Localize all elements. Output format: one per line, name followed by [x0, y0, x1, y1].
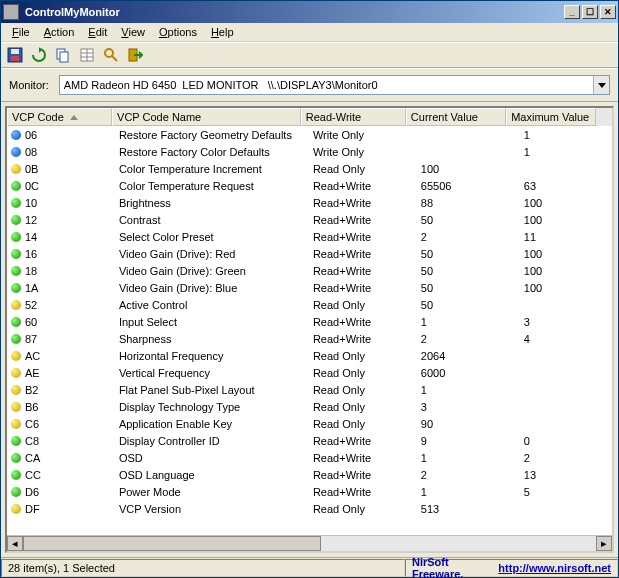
- cell-max: 13: [520, 469, 612, 481]
- table-row[interactable]: 52Active ControlRead Only50: [7, 296, 612, 313]
- cell-name: OSD Language: [115, 469, 309, 481]
- monitor-input[interactable]: [60, 76, 593, 94]
- cell-code: CC: [7, 469, 115, 481]
- cell-name: Flat Panel Sub-Pixel Layout: [115, 384, 309, 396]
- table-row[interactable]: 0CColor Temperature RequestRead+Write655…: [7, 177, 612, 194]
- cell-max: 100: [520, 265, 612, 277]
- find-button[interactable]: [101, 45, 121, 65]
- cell-current: 90: [417, 418, 520, 430]
- monitor-dropdown-button[interactable]: [593, 76, 609, 94]
- status-dot-icon: [11, 351, 21, 361]
- cell-code: C6: [7, 418, 115, 430]
- exit-button[interactable]: [125, 45, 145, 65]
- cell-current: 3: [417, 401, 520, 413]
- title-bar[interactable]: ControlMyMonitor _ ☐ ✕: [1, 1, 618, 23]
- table-row[interactable]: 08Restore Factory Color DefaultsWrite On…: [7, 143, 612, 160]
- cell-rw: Read+Write: [309, 282, 417, 294]
- cell-current: 50: [417, 282, 520, 294]
- table-row[interactable]: 1AVideo Gain (Drive): BlueRead+Write5010…: [7, 279, 612, 296]
- header-vcp-code[interactable]: VCP Code: [7, 108, 112, 126]
- status-dot-icon: [11, 147, 21, 157]
- properties-icon: [79, 47, 95, 63]
- copy-button[interactable]: [53, 45, 73, 65]
- cell-rw: Read Only: [309, 163, 417, 175]
- cell-rw: Read+Write: [309, 333, 417, 345]
- cell-rw: Read Only: [309, 350, 417, 362]
- menu-file[interactable]: File: [5, 24, 37, 40]
- table-row[interactable]: B2Flat Panel Sub-Pixel LayoutRead Only1: [7, 381, 612, 398]
- table-row[interactable]: 10BrightnessRead+Write88100: [7, 194, 612, 211]
- table-row[interactable]: B6Display Technology TypeRead Only3: [7, 398, 612, 415]
- table-row[interactable]: CAOSDRead+Write12: [7, 449, 612, 466]
- scroll-right-button[interactable]: ▸: [596, 536, 612, 551]
- svg-line-10: [112, 56, 117, 61]
- vertical-scrollbar[interactable]: [596, 108, 612, 126]
- nirsoft-link[interactable]: http://www.nirsoft.net: [498, 562, 611, 574]
- save-button[interactable]: [5, 45, 25, 65]
- table-row[interactable]: CCOSD LanguageRead+Write213: [7, 466, 612, 483]
- status-dot-icon: [11, 436, 21, 446]
- scroll-thumb[interactable]: [23, 536, 321, 551]
- table-row[interactable]: 14Select Color PresetRead+Write211: [7, 228, 612, 245]
- table-row[interactable]: D6Power ModeRead+Write15: [7, 483, 612, 500]
- cell-code: 14: [7, 231, 115, 243]
- window-buttons: _ ☐ ✕: [564, 5, 616, 19]
- cell-name: VCP Version: [115, 503, 309, 515]
- monitor-combobox[interactable]: [59, 75, 610, 95]
- table-row[interactable]: C8Display Controller IDRead+Write90: [7, 432, 612, 449]
- horizontal-scrollbar[interactable]: ◂ ▸: [7, 535, 612, 551]
- cell-rw: Read+Write: [309, 265, 417, 277]
- menu-edit[interactable]: Edit: [81, 24, 114, 40]
- cell-rw: Read Only: [309, 367, 417, 379]
- scroll-left-button[interactable]: ◂: [7, 536, 23, 551]
- minimize-button[interactable]: _: [564, 5, 580, 19]
- refresh-icon: [31, 47, 47, 63]
- table-row[interactable]: 87SharpnessRead+Write24: [7, 330, 612, 347]
- cell-max: 2: [520, 452, 612, 464]
- table-row[interactable]: 12ContrastRead+Write50100: [7, 211, 612, 228]
- status-dot-icon: [11, 334, 21, 344]
- cell-current: 88: [417, 197, 520, 209]
- cell-current: 50: [417, 248, 520, 260]
- table-row[interactable]: 16Video Gain (Drive): RedRead+Write50100: [7, 245, 612, 262]
- properties-button[interactable]: [77, 45, 97, 65]
- table-row[interactable]: C6Application Enable KeyRead Only90: [7, 415, 612, 432]
- header-current-value[interactable]: Current Value: [406, 108, 506, 126]
- maximize-button[interactable]: ☐: [582, 5, 598, 19]
- cell-code: 12: [7, 214, 115, 226]
- search-icon: [103, 47, 119, 63]
- table-row[interactable]: ACHorizontal FrequencyRead Only2064: [7, 347, 612, 364]
- header-read-write[interactable]: Read-Write: [301, 108, 406, 126]
- status-dot-icon: [11, 317, 21, 327]
- menu-help[interactable]: Help: [204, 24, 241, 40]
- menu-view[interactable]: View: [114, 24, 152, 40]
- status-dot-icon: [11, 504, 21, 514]
- menu-options[interactable]: Options: [152, 24, 204, 40]
- cell-name: Sharpness: [115, 333, 309, 345]
- header-vcp-name[interactable]: VCP Code Name: [112, 108, 301, 126]
- table-row[interactable]: AEVertical FrequencyRead Only6000: [7, 364, 612, 381]
- vcp-listview[interactable]: VCP Code VCP Code Name Read-Write Curren…: [5, 106, 614, 553]
- refresh-button[interactable]: [29, 45, 49, 65]
- table-row[interactable]: 0BColor Temperature IncrementRead Only10…: [7, 160, 612, 177]
- status-dot-icon: [11, 283, 21, 293]
- svg-rect-4: [60, 52, 68, 62]
- table-row[interactable]: 18Video Gain (Drive): GreenRead+Write501…: [7, 262, 612, 279]
- status-dot-icon: [11, 487, 21, 497]
- cell-name: OSD: [115, 452, 309, 464]
- cell-current: 65506: [417, 180, 520, 192]
- menu-action[interactable]: Action: [37, 24, 82, 40]
- cell-rw: Read+Write: [309, 248, 417, 260]
- status-credit: NirSoft Freeware. http://www.nirsoft.net: [405, 559, 618, 577]
- status-count: 28 item(s), 1 Selected: [1, 559, 405, 577]
- scroll-track[interactable]: [23, 536, 596, 551]
- close-button[interactable]: ✕: [600, 5, 616, 19]
- toolbar: [1, 42, 618, 68]
- cell-max: 100: [520, 282, 612, 294]
- table-row[interactable]: 60Input SelectRead+Write13: [7, 313, 612, 330]
- cell-name: Restore Factory Color Defaults: [115, 146, 309, 158]
- table-row[interactable]: 06Restore Factory Geometry DefaultsWrite…: [7, 126, 612, 143]
- header-max-value[interactable]: Maximum Value: [506, 108, 596, 126]
- cell-rw: Read Only: [309, 401, 417, 413]
- table-row[interactable]: DFVCP VersionRead Only513: [7, 500, 612, 517]
